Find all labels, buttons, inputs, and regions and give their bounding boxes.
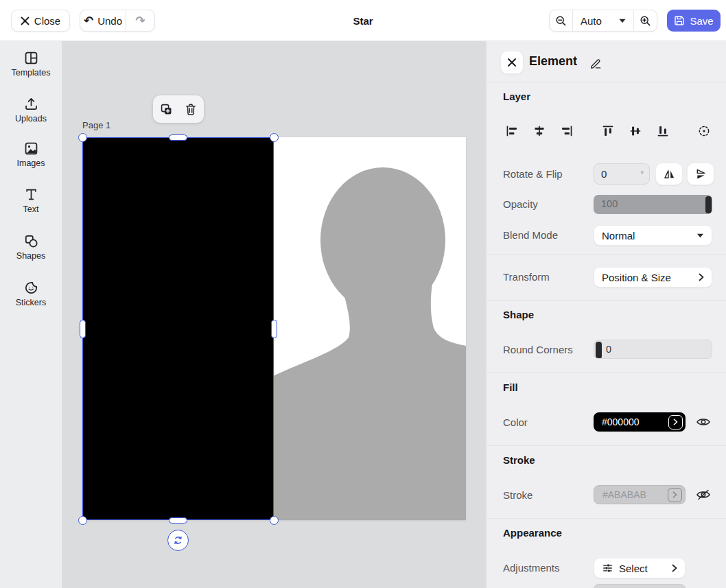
divider — [487, 82, 726, 82]
rotate-flip-label: Rotate & Flip — [503, 168, 563, 180]
opacity-value: 100 — [601, 198, 618, 209]
sidebar-item-shapes[interactable]: Shapes — [0, 234, 62, 268]
pencil-icon — [589, 57, 602, 70]
chevron-right-icon — [672, 564, 677, 572]
next-control-cutoff — [594, 584, 686, 588]
delete-button[interactable] — [183, 102, 198, 117]
sidebar-item-stickers[interactable]: Stickers — [0, 281, 62, 315]
align-right-button[interactable] — [561, 125, 573, 137]
align-top-button[interactable] — [602, 125, 614, 137]
panel-close-button[interactable] — [500, 51, 524, 74]
sidebar-item-text[interactable]: Text — [0, 187, 62, 222]
resize-handle-left[interactable] — [80, 320, 86, 338]
round-corners-slider-handle[interactable] — [596, 342, 602, 359]
resize-handle-top-right[interactable] — [270, 133, 279, 142]
trash-icon — [185, 103, 197, 116]
align-left-icon — [506, 125, 518, 137]
appearance-section-header: Appearance — [503, 527, 562, 539]
adjustments-value: Select — [619, 563, 648, 574]
resize-handle-bottom-left[interactable] — [78, 516, 87, 525]
fill-section-header: Fill — [503, 381, 518, 393]
upload-icon — [24, 97, 38, 111]
sidebar-label: Images — [17, 158, 45, 168]
fill-color-label: Color — [503, 416, 528, 428]
stroke-color-expand-button[interactable] — [668, 488, 682, 502]
image-icon — [24, 141, 38, 156]
fill-color-hex: #000000 — [602, 416, 640, 427]
layer-section-header: Layer — [503, 91, 530, 102]
sidebar-item-images[interactable]: Images — [0, 141, 62, 176]
sidebar-label: Uploads — [15, 114, 47, 124]
align-right-icon — [561, 125, 573, 137]
chevron-right-icon — [672, 491, 677, 498]
sidebar-item-templates[interactable]: Templates — [0, 51, 62, 85]
zoom-in-icon — [640, 15, 651, 27]
align-left-button[interactable] — [506, 125, 518, 137]
stroke-label: Stroke — [503, 489, 532, 501]
sidebar-label: Stickers — [16, 298, 46, 307]
close-button[interactable]: Close — [11, 10, 70, 32]
eye-off-icon — [696, 489, 711, 501]
rotate-handle[interactable] — [167, 530, 189, 551]
shape-section-header: Shape — [503, 309, 534, 320]
resize-handle-right[interactable] — [271, 320, 277, 338]
undo-icon: ↶ — [84, 15, 93, 27]
align-bottom-button[interactable] — [657, 125, 669, 137]
top-toolbar: Close ↶ Undo ↷ Star Auto — [0, 0, 726, 41]
blend-mode-dropdown[interactable]: Normal — [594, 225, 712, 246]
canvas-area[interactable]: Page 1 — [62, 41, 486, 588]
rotation-input[interactable] — [601, 168, 638, 180]
opacity-slider[interactable]: 100 — [594, 195, 712, 214]
zoom-in-button[interactable] — [634, 10, 657, 31]
save-button[interactable]: Save — [667, 10, 721, 32]
duplicate-button[interactable] — [159, 102, 174, 117]
divider — [487, 255, 726, 255]
stroke-visibility-toggle[interactable] — [696, 487, 711, 502]
close-icon — [21, 16, 30, 25]
adjustments-select-button[interactable]: Select — [594, 558, 686, 578]
selected-black-rectangle[interactable] — [82, 137, 274, 520]
stroke-section-header: Stroke — [503, 454, 535, 466]
align-center-horizontal-button[interactable] — [533, 125, 546, 137]
position-size-button[interactable]: Position & Size — [594, 267, 712, 287]
align-to-page-button[interactable] — [698, 125, 710, 137]
align-middle-vertical-icon — [629, 125, 642, 137]
resize-handle-bottom-right[interactable] — [270, 516, 279, 525]
fill-visibility-toggle[interactable] — [696, 414, 711, 430]
align-center-horizontal-icon — [533, 125, 546, 137]
edit-name-button[interactable] — [589, 57, 602, 70]
resize-handle-top-left[interactable] — [78, 133, 87, 142]
zoom-out-button[interactable] — [550, 10, 572, 31]
round-corners-slider[interactable]: 0 — [594, 340, 712, 359]
undo-redo-group: ↶ Undo ↷ — [80, 10, 155, 32]
chevron-down-icon — [619, 19, 626, 23]
shapes-icon — [24, 234, 38, 248]
redo-button[interactable]: ↷ — [126, 10, 154, 31]
chevron-right-icon — [673, 419, 678, 425]
resize-handle-bottom[interactable] — [169, 517, 187, 524]
sidebar-label: Shapes — [16, 251, 45, 261]
fill-color-swatch[interactable]: #000000 — [594, 412, 686, 432]
sidebar-item-uploads[interactable]: Uploads — [0, 97, 62, 131]
page-label: Page 1 — [82, 120, 110, 130]
resize-handle-top[interactable] — [169, 134, 187, 141]
opacity-slider-handle[interactable] — [705, 196, 712, 213]
align-top-icon — [602, 125, 614, 137]
divider — [487, 373, 726, 373]
round-corners-label: Round Corners — [503, 344, 573, 355]
round-corners-value: 0 — [606, 344, 611, 355]
divider — [487, 518, 726, 519]
zoom-control: Auto — [549, 10, 657, 32]
adjustments-sliders-icon — [602, 563, 613, 574]
chevron-right-icon — [699, 273, 704, 281]
flip-vertical-button[interactable] — [687, 163, 714, 185]
fill-color-expand-button[interactable] — [668, 415, 683, 430]
rotation-input-wrap: ° — [594, 163, 650, 185]
blend-mode-value: Normal — [602, 230, 635, 242]
undo-button[interactable]: ↶ Undo — [80, 10, 126, 31]
zoom-level-dropdown[interactable]: Auto — [572, 10, 634, 31]
adjustments-label: Adjustments — [503, 562, 560, 574]
stroke-color-swatch[interactable]: #ABABAB — [594, 485, 686, 504]
align-middle-vertical-button[interactable] — [629, 125, 642, 137]
flip-horizontal-button[interactable] — [655, 163, 683, 185]
